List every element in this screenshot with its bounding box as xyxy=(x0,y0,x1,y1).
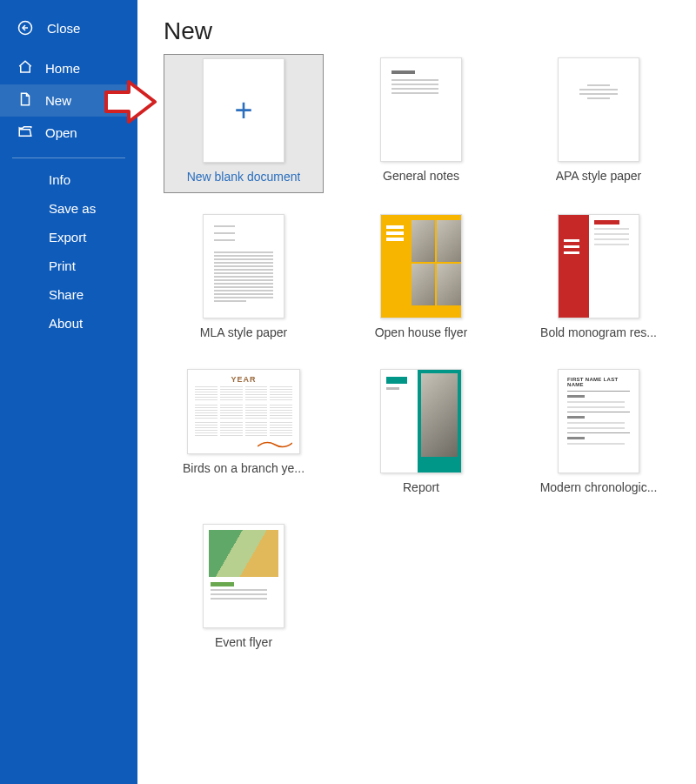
sidebar-divider xyxy=(12,157,125,158)
template-label: Open house flyer xyxy=(375,325,468,339)
template-tile-chronoresume[interactable]: FIRST NAME LAST NAMEModern chronologic..… xyxy=(519,365,679,503)
template-tile-monogram[interactable]: Bold monogram res... xyxy=(519,211,679,348)
template-thumbnail xyxy=(203,524,284,628)
back-arrow-icon xyxy=(17,19,33,37)
template-tile-apa[interactable]: APA style paper xyxy=(519,54,679,193)
template-label: Birds on a branch ye... xyxy=(183,461,304,475)
nav-label: Open xyxy=(45,125,77,140)
backstage-sidebar: Close HomeNewOpen InfoSave asExportPrint… xyxy=(0,0,137,784)
nav-label: New xyxy=(45,93,71,108)
template-label: Report xyxy=(403,480,439,494)
template-thumbnail: + xyxy=(203,58,284,163)
template-label: Bold monogram res... xyxy=(540,325,657,339)
close-button[interactable]: Close xyxy=(0,9,137,52)
nav-item-export[interactable]: Export xyxy=(0,223,137,251)
template-gallery: +New blank documentGeneral notesAPA styl… xyxy=(164,54,679,658)
template-tile-blank[interactable]: +New blank document xyxy=(164,54,324,193)
home-icon xyxy=(17,59,33,77)
template-label: New blank document xyxy=(187,170,301,184)
template-tile-calendar[interactable]: YEARBirds on a branch ye... xyxy=(164,365,324,503)
template-thumbnail xyxy=(558,57,639,162)
new-icon xyxy=(17,91,33,110)
template-label: General notes xyxy=(383,169,459,183)
template-thumbnail xyxy=(380,369,462,473)
template-thumbnail: YEAR xyxy=(187,369,300,454)
template-thumbnail xyxy=(380,214,462,318)
nav-item-share[interactable]: Share xyxy=(0,280,137,309)
nav-item-print[interactable]: Print xyxy=(0,251,137,280)
template-tile-eventflyer[interactable]: Event flyer xyxy=(164,520,324,658)
template-thumbnail xyxy=(558,214,639,318)
template-label: APA style paper xyxy=(556,169,642,183)
main-content: New +New blank documentGeneral notesAPA … xyxy=(137,0,696,784)
nav-item-saveas[interactable]: Save as xyxy=(0,194,137,223)
nav-label: Home xyxy=(45,61,80,76)
template-label: Event flyer xyxy=(215,635,272,649)
template-tile-mla[interactable]: MLA style paper xyxy=(164,211,324,348)
nav-item-about[interactable]: About xyxy=(0,309,137,338)
template-label: MLA style paper xyxy=(200,325,287,339)
template-thumbnail xyxy=(203,214,284,318)
template-thumbnail: FIRST NAME LAST NAME xyxy=(558,369,639,473)
nav-item-open[interactable]: Open xyxy=(0,117,137,149)
template-tile-report[interactable]: Report xyxy=(341,365,501,503)
close-label: Close xyxy=(47,21,80,36)
nav-item-home[interactable]: Home xyxy=(0,52,137,84)
template-tile-notes[interactable]: General notes xyxy=(341,54,501,193)
template-label: Modern chronologic... xyxy=(540,480,658,494)
nav-item-new[interactable]: New xyxy=(0,84,137,117)
template-thumbnail xyxy=(380,57,462,162)
open-icon xyxy=(17,124,33,142)
page-title: New xyxy=(164,17,679,45)
template-tile-openhouse[interactable]: Open house flyer xyxy=(341,211,501,348)
nav-item-info[interactable]: Info xyxy=(0,165,137,194)
